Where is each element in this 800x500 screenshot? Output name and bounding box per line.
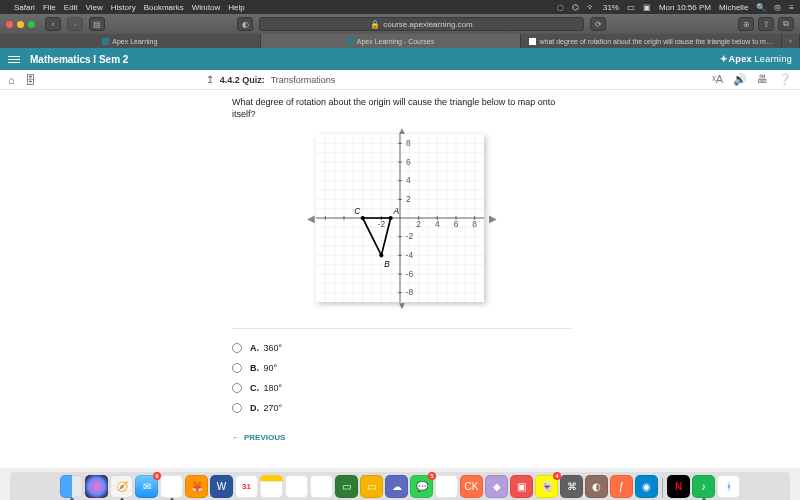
dock-app[interactable]: ◐ — [585, 475, 608, 498]
reload-button[interactable]: ⟳ — [590, 17, 606, 31]
answer-letter: B. — [250, 363, 259, 373]
dock-bluetooth[interactable]: ᚼ — [717, 475, 740, 498]
home-icon[interactable]: ⌂ — [8, 74, 15, 86]
browser-tab[interactable]: Apex Learning — [0, 34, 261, 48]
forward-button[interactable]: › — [67, 17, 83, 31]
svg-text:A: A — [392, 207, 399, 217]
menu-bookmarks[interactable]: Bookmarks — [144, 3, 184, 12]
browser-tab[interactable]: Apex Learning - Courses — [261, 34, 522, 48]
menu-view[interactable]: View — [86, 3, 103, 12]
axis-arrow-right-icon: ▶ — [489, 213, 497, 224]
badge: 4 — [553, 472, 561, 480]
answer-option[interactable]: A. 360° — [232, 343, 572, 353]
address-bar[interactable]: 🔒 course.apexlearning.com — [259, 17, 584, 31]
dock-app[interactable]: ◆ — [485, 475, 508, 498]
menu-help[interactable]: Help — [228, 3, 244, 12]
dock-chrome[interactable]: ◉ — [160, 475, 183, 498]
answer-option[interactable]: B. 90° — [232, 363, 572, 373]
radio-icon[interactable] — [232, 343, 242, 353]
course-title: Mathematics I Sem 2 — [30, 54, 128, 65]
menu-window[interactable]: Window — [192, 3, 220, 12]
svg-text:B: B — [384, 259, 390, 269]
menubar-clock[interactable]: Mon 10:56 PM — [659, 3, 711, 12]
window-close[interactable] — [6, 21, 13, 28]
dock-app[interactable]: ◉ — [635, 475, 658, 498]
tab-label: what degree of rotation about the origin… — [539, 38, 772, 45]
dock-app[interactable]: ▣ — [510, 475, 533, 498]
svg-text:6: 6 — [454, 220, 459, 230]
breadcrumb-title: Transformations — [271, 75, 336, 85]
answer-letter: A. — [250, 343, 259, 353]
answer-option[interactable]: C. 180° — [232, 383, 572, 393]
svg-text:6: 6 — [406, 157, 411, 167]
dock-slides[interactable]: ▭ — [360, 475, 383, 498]
translate-icon[interactable]: ᵡA — [712, 73, 723, 86]
favicon-icon — [529, 38, 536, 45]
favicon-icon — [347, 38, 354, 45]
macos-menubar: Safari File Edit View History Bookmarks … — [0, 0, 800, 14]
dock-firefox[interactable]: 🦊 — [185, 475, 208, 498]
screen-icon[interactable]: ▣ — [643, 3, 651, 12]
dock-finder[interactable] — [60, 475, 83, 498]
content-area: What degree of rotation about the origin… — [0, 90, 800, 468]
share-button[interactable]: ⇪ — [758, 17, 774, 31]
dock-reminders[interactable]: ☑ — [285, 475, 308, 498]
svg-text:-6: -6 — [406, 269, 414, 279]
bluetooth-icon[interactable]: ⌬ — [572, 3, 579, 12]
briefcase-icon[interactable]: 🗄 — [25, 74, 36, 86]
status-toggle-icon[interactable]: ◌ — [557, 3, 564, 12]
apex-logo[interactable]: ✦Apex Learning — [720, 54, 792, 64]
dock-safari[interactable]: 🧭 — [110, 475, 133, 498]
window-minimize[interactable] — [17, 21, 24, 28]
dock-app[interactable]: CK — [460, 475, 483, 498]
macos-dock: 🧭 ✉9 ◉ 🦊 W 31 ☑ ▲ ▭ ▭ ☁ 💬5 ◧ CK ◆ ▣ 👻4 ⌘… — [0, 468, 800, 500]
sidebar-button[interactable]: ▤ — [89, 17, 105, 31]
audio-icon[interactable]: 🔊 — [733, 73, 747, 86]
back-button[interactable]: ‹ — [45, 17, 61, 31]
menu-file[interactable]: File — [43, 3, 56, 12]
notification-center-icon[interactable]: ≡ — [789, 3, 794, 12]
reader-button[interactable]: ◐ — [237, 17, 253, 31]
dock-app[interactable]: ⌘ — [560, 475, 583, 498]
radio-icon[interactable] — [232, 383, 242, 393]
dock-calendar[interactable]: 31 — [235, 475, 258, 498]
control-center-icon[interactable]: ◎ — [774, 3, 781, 12]
print-icon[interactable]: 🖶 — [757, 73, 768, 86]
dock-classroom[interactable]: ▭ — [335, 475, 358, 498]
menu-edit[interactable]: Edit — [64, 3, 78, 12]
breadcrumb: ↥ 4.4.2 Quiz: Transformations — [206, 74, 336, 85]
dock-notes[interactable] — [260, 475, 283, 498]
previous-button[interactable]: ← PREVIOUS — [232, 433, 572, 442]
radio-icon[interactable] — [232, 363, 242, 373]
dock-spotify[interactable]: ♪ — [692, 475, 715, 498]
apex-subheader: ⌂ 🗄 ↥ 4.4.2 Quiz: Transformations ᵡA 🔊 🖶… — [0, 70, 800, 90]
window-controls — [6, 21, 35, 28]
radio-icon[interactable] — [232, 403, 242, 413]
menu-button[interactable] — [8, 54, 20, 65]
dock-drive[interactable]: ▲ — [310, 475, 333, 498]
answer-option[interactable]: D. 270° — [232, 403, 572, 413]
dock-siri[interactable] — [85, 475, 108, 498]
previous-label: PREVIOUS — [244, 433, 285, 442]
breadcrumb-up-icon[interactable]: ↥ — [206, 74, 214, 85]
wifi-icon[interactable]: ᯤ — [587, 3, 595, 12]
safari-toolbar: ‹ › ▤ ◐ 🔒 course.apexlearning.com ⟳ ⊕ ⇪ … — [0, 14, 800, 34]
dock-app[interactable]: ☁ — [385, 475, 408, 498]
tab-label: Apex Learning - Courses — [357, 38, 434, 45]
browser-tab[interactable]: what degree of rotation about the origin… — [521, 34, 782, 48]
menubar-app[interactable]: Safari — [14, 3, 35, 12]
new-tab-button[interactable]: ＋ — [782, 34, 800, 48]
dock-flux[interactable]: ƒ — [610, 475, 633, 498]
window-zoom[interactable] — [28, 21, 35, 28]
help-icon[interactable]: ❔ — [778, 73, 792, 86]
dock-word[interactable]: W — [210, 475, 233, 498]
tabs-button[interactable]: ⧉ — [778, 17, 794, 31]
svg-text:8: 8 — [406, 138, 411, 148]
spotlight-icon[interactable]: 🔍 — [756, 3, 766, 12]
dock-netflix[interactable]: N — [667, 475, 690, 498]
dock-app[interactable]: ◧ — [435, 475, 458, 498]
menu-history[interactable]: History — [111, 3, 136, 12]
menubar-user[interactable]: Michelle — [719, 3, 748, 12]
svg-point-51 — [389, 216, 393, 220]
downloads-button[interactable]: ⊕ — [738, 17, 754, 31]
